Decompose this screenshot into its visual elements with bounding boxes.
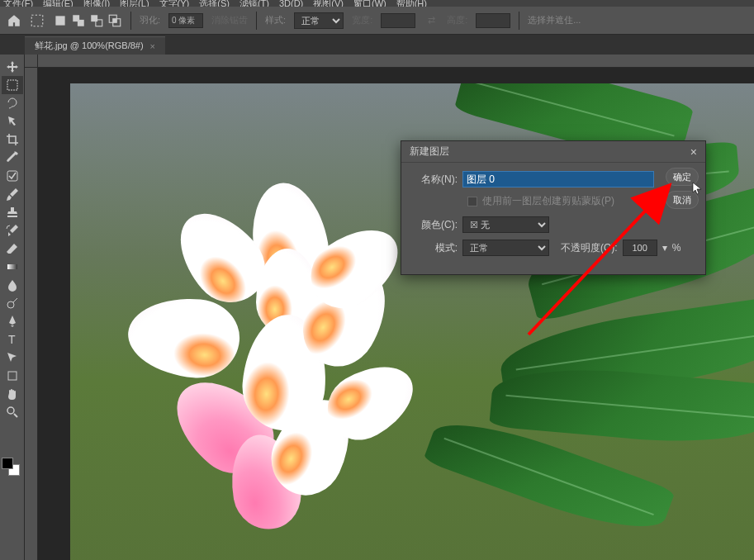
dialog-titlebar[interactable]: 新建图层 × <box>401 141 705 163</box>
menu-3d[interactable]: 3D(D) <box>279 0 303 7</box>
tools-panel: T <box>0 55 25 560</box>
width-label: 宽度: <box>352 14 372 26</box>
menu-select[interactable]: 选择(S) <box>199 0 230 7</box>
svg-rect-10 <box>7 171 17 181</box>
menu-view[interactable]: 视图(V) <box>313 0 344 7</box>
eraser-tool[interactable] <box>2 240 23 258</box>
height-label: 高度: <box>447 14 467 26</box>
menu-help[interactable]: 帮助(H) <box>396 0 427 7</box>
options-bar: 羽化: 消除锯齿 样式: 正常 宽度: ⇄ 高度: 选择并遮住... <box>0 7 754 35</box>
height-input <box>476 13 510 28</box>
ruler-vertical[interactable] <box>25 68 38 560</box>
svg-rect-4 <box>91 15 97 21</box>
svg-rect-9 <box>7 80 17 90</box>
shape-tool[interactable] <box>2 367 23 385</box>
subtract-selection-icon[interactable] <box>89 13 104 28</box>
svg-point-15 <box>7 407 14 414</box>
document-tabbar: 鲜花.jpg @ 100%(RGB/8#) × <box>0 35 754 55</box>
style-label: 样式: <box>265 14 286 26</box>
ruler-corner <box>25 55 38 68</box>
menu-edit[interactable]: 编辑(E) <box>43 0 74 7</box>
marquee-tool-icon[interactable] <box>30 13 45 28</box>
clip-mask-label: 使用前一图层创建剪贴蒙版(P) <box>482 194 614 208</box>
add-selection-icon[interactable] <box>71 13 86 28</box>
divider <box>256 12 257 30</box>
blur-tool[interactable] <box>2 276 23 294</box>
dodge-tool[interactable] <box>2 294 23 312</box>
selection-mode-group <box>53 13 122 28</box>
svg-rect-1 <box>55 16 64 25</box>
close-icon[interactable]: × <box>690 145 697 159</box>
opacity-input[interactable] <box>623 240 657 256</box>
document-tab-title: 鲜花.jpg @ 100%(RGB/8#) <box>35 40 144 52</box>
gradient-tool[interactable] <box>2 258 23 276</box>
select-and-mask-button[interactable]: 选择并遮住... <box>528 14 581 26</box>
divider <box>519 12 519 30</box>
move-tool[interactable] <box>2 58 23 76</box>
svg-rect-8 <box>113 18 117 22</box>
menu-layer[interactable]: 图层(L) <box>120 0 149 7</box>
width-input <box>381 13 415 28</box>
crop-tool[interactable] <box>2 131 23 149</box>
style-select[interactable]: 正常 <box>294 12 344 29</box>
antialias-label: 消除锯齿 <box>211 14 248 26</box>
dialog-title-text: 新建图层 <box>410 145 449 159</box>
svg-point-12 <box>7 301 14 308</box>
color-select[interactable]: ☒ 无 <box>462 216 549 233</box>
chevron-down-icon[interactable]: ▾ <box>662 242 667 254</box>
svg-rect-3 <box>78 19 84 26</box>
close-tab-icon[interactable]: × <box>150 41 155 51</box>
fg-color-swatch[interactable] <box>2 458 13 469</box>
home-icon[interactable] <box>7 13 21 28</box>
svg-text:T: T <box>8 333 16 346</box>
brush-tool[interactable] <box>2 185 23 203</box>
canvas-area <box>25 55 754 560</box>
image-content <box>489 360 754 450</box>
opacity-label: 不透明度(O): <box>561 241 618 255</box>
zoom-tool[interactable] <box>2 403 23 421</box>
menubar: 文件(F) 编辑(E) 图像(I) 图层(L) 文字(Y) 选择(S) 滤镜(T… <box>0 0 754 7</box>
text-tool[interactable]: T <box>2 330 23 349</box>
menu-filter[interactable]: 滤镜(T) <box>239 0 269 7</box>
color-label: 颜色(C): <box>410 218 458 232</box>
cancel-button[interactable]: 取消 <box>666 191 699 209</box>
intersect-selection-icon[interactable] <box>107 13 122 28</box>
eyedropper-tool[interactable] <box>2 149 23 167</box>
feather-label: 羽化: <box>140 14 160 26</box>
menu-file[interactable]: 文件(F) <box>3 0 33 7</box>
svg-rect-11 <box>7 264 17 269</box>
ruler-horizontal[interactable] <box>38 55 754 68</box>
layer-name-input[interactable] <box>462 171 654 187</box>
healing-tool[interactable] <box>2 167 23 185</box>
quick-select-tool[interactable] <box>2 112 23 131</box>
hand-tool[interactable] <box>2 385 23 403</box>
color-swatches[interactable] <box>0 456 21 477</box>
clip-mask-checkbox <box>467 197 477 206</box>
new-selection-icon[interactable] <box>53 13 68 28</box>
feather-input[interactable] <box>168 13 203 28</box>
ok-button[interactable]: 确定 <box>666 168 699 186</box>
marquee-tool[interactable] <box>2 76 23 94</box>
svg-rect-0 <box>31 15 43 26</box>
lasso-tool[interactable] <box>2 94 23 112</box>
mode-select[interactable]: 正常 <box>462 240 549 256</box>
path-tool[interactable] <box>2 349 23 367</box>
menu-image[interactable]: 图像(I) <box>83 0 110 7</box>
menu-type[interactable]: 文字(Y) <box>159 0 190 7</box>
swap-wh-icon: ⇄ <box>424 13 439 28</box>
stamp-tool[interactable] <box>2 203 23 221</box>
pen-tool[interactable] <box>2 312 23 330</box>
name-label: 名称(N): <box>410 173 458 187</box>
percent-label: % <box>672 242 681 254</box>
history-brush-tool[interactable] <box>2 221 23 240</box>
svg-rect-14 <box>8 372 17 380</box>
mode-label: 模式: <box>410 241 458 255</box>
new-layer-dialog: 新建图层 × 名称(N): 使用前一图层创建剪贴蒙版(P) 颜色(C): ☒ 无… <box>401 140 706 275</box>
menu-window[interactable]: 窗口(W) <box>353 0 386 7</box>
divider <box>130 12 131 30</box>
document-tab[interactable]: 鲜花.jpg @ 100%(RGB/8#) × <box>25 36 165 55</box>
